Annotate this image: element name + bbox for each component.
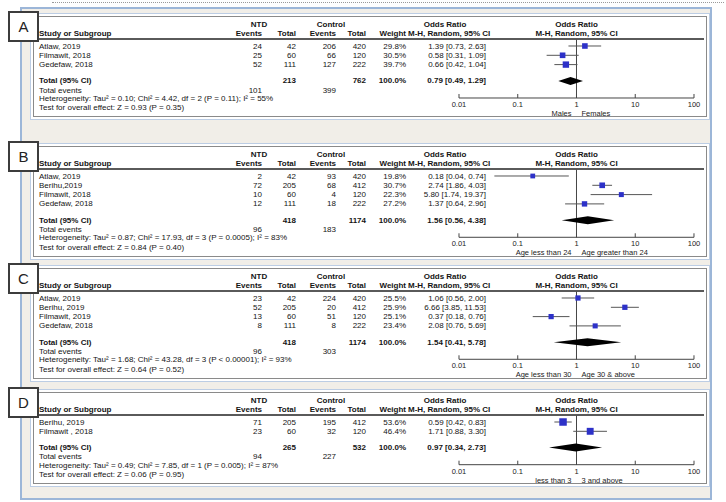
control-total: 120 xyxy=(338,312,366,321)
events1-column-header: Events xyxy=(224,29,262,38)
total-weight: 100.0% xyxy=(368,216,406,225)
selection-dotted-line xyxy=(52,2,724,3)
ntd-total: 60 xyxy=(264,190,296,199)
total2-column-header: Total xyxy=(338,159,366,168)
events2-column-header: Events xyxy=(298,159,336,168)
ntd-events: 8 xyxy=(224,321,262,330)
study-name: Filmawit, 2018 xyxy=(39,190,199,199)
total-ntd: 418 xyxy=(264,338,296,347)
weight-column-header: Weight xyxy=(368,405,406,414)
odds-ratio-ci: 1.06 [0.56, 2.00] xyxy=(408,294,486,303)
total-ci: 1.56 [0.56, 4.38] xyxy=(408,216,486,225)
ntd-events: 23 xyxy=(224,294,262,303)
heterogeneity-text: Heterogeneity: Tau² = 0.10; Chi² = 4.42,… xyxy=(39,94,449,103)
forest-panel-b: BNTDControlOdds RatioOdds RatioStudy or … xyxy=(33,146,707,257)
or-column-header: Odds Ratio xyxy=(404,396,486,405)
control-events: 51 xyxy=(298,312,336,321)
ntd-total: 42 xyxy=(264,294,296,303)
weight-value: 22.3% xyxy=(368,190,406,199)
overall-test-text: Test for overall effect: Z = 0.84 (P = 0… xyxy=(39,243,449,252)
study-name: Atlaw, 2019 xyxy=(39,42,199,51)
axis-tick-label: 100 xyxy=(679,239,709,248)
events1-column-header: Events xyxy=(224,159,262,168)
study-name: Gedefaw, 2018 xyxy=(39,199,199,208)
group2-header: Control xyxy=(298,150,364,159)
panel-letter-b: B xyxy=(8,141,39,172)
weight-value: 27.2% xyxy=(368,199,406,208)
study-name: Filmawit , 2018 xyxy=(39,427,199,436)
study-name: Filmawit, 2019 xyxy=(39,312,199,321)
odds-ratio-ci: 0.58 [0.31, 1.09] xyxy=(408,51,486,60)
ntd-events: 23 xyxy=(224,427,262,436)
axis-footer-left: Males xyxy=(551,109,571,118)
total-label: Total (95% CI) xyxy=(39,338,199,347)
axis-tick-label: 0.1 xyxy=(503,239,533,248)
total-control: 1174 xyxy=(338,338,366,347)
axis-tick-label: 100 xyxy=(679,467,709,476)
axis-tick-label: 10 xyxy=(620,361,650,370)
control-events: 206 xyxy=(298,42,336,51)
panel-letter-c: C xyxy=(8,263,39,294)
ntd-events: 71 xyxy=(224,418,262,427)
study-name: Filmawit, 2018 xyxy=(39,51,199,60)
total-weight: 100.0% xyxy=(368,338,406,347)
axis-tick-label: 0.01 xyxy=(444,100,474,109)
weight-value: 30.7% xyxy=(368,181,406,190)
odds-ratio-ci: 1.37 [0.64, 2.96] xyxy=(408,199,486,208)
axis-tick-label: 10 xyxy=(620,239,650,248)
control-total: 120 xyxy=(338,51,366,60)
heterogeneity-text: Heterogeneity: Tau² = 0.49; Chi² = 7.85,… xyxy=(39,461,449,470)
control-events: 20 xyxy=(298,303,336,312)
control-total: 420 xyxy=(338,172,366,181)
plot-or-header: Odds Ratio xyxy=(477,272,677,281)
odds-ratio-ci: 5.80 [1.74, 19.37] xyxy=(408,190,486,199)
group1-header: NTD xyxy=(224,150,294,159)
odds-ratio-ci: 1.39 [0.73, 2.63] xyxy=(408,42,486,51)
ntd-total: 111 xyxy=(264,321,296,330)
plot-or-header: Odds Ratio xyxy=(477,20,677,29)
total1-column-header: Total xyxy=(264,405,296,414)
forest-panel-d: DNTDControlOdds RatioOdds RatioStudy or … xyxy=(33,392,707,484)
header-rule xyxy=(36,38,704,40)
ntd-events: 2 xyxy=(224,172,262,181)
ntd-events: 10 xyxy=(224,190,262,199)
weight-value: 25.9% xyxy=(368,303,406,312)
total1-column-header: Total xyxy=(264,159,296,168)
control-events: 195 xyxy=(298,418,336,427)
study-name: Atlaw, 2019 xyxy=(39,294,199,303)
axis-tick-label: 10 xyxy=(620,467,650,476)
ci-column-header: M-H, Random, 95% CI xyxy=(408,29,486,38)
weight-value: 19.8% xyxy=(368,172,406,181)
ntd-total: 60 xyxy=(264,51,296,60)
overall-test-text: Test for overall effect: Z = 0.93 (P = 0… xyxy=(39,103,449,112)
ci-column-header: M-H, Random, 95% CI xyxy=(408,405,486,414)
control-total: 420 xyxy=(338,42,366,51)
control-total: 412 xyxy=(338,181,366,190)
study-column-header: Study or Subgroup xyxy=(39,405,199,414)
group2-header: Control xyxy=(298,396,364,405)
forest-panel-c: CNTDControlOdds RatioOdds RatioStudy or … xyxy=(33,268,707,379)
axis-footer-left: Age less than 24 xyxy=(516,248,572,257)
study-column-header: Study or Subgroup xyxy=(39,29,199,38)
control-events: 66 xyxy=(298,51,336,60)
axis-tick-label: 1 xyxy=(562,100,592,109)
study-name: Gedefaw, 2018 xyxy=(39,321,199,330)
axis-tick-label: 1 xyxy=(562,239,592,248)
overall-test-text: Test for overall effect: Z = 0.64 (P = 0… xyxy=(39,365,449,374)
total-ntd: 418 xyxy=(264,216,296,225)
weight-column-header: Weight xyxy=(368,159,406,168)
total1-column-header: Total xyxy=(264,281,296,290)
axis-tick-label: 0.01 xyxy=(444,361,474,370)
events1-column-header: Events xyxy=(224,405,262,414)
axis-footer-right: Age greater than 24 xyxy=(582,248,648,257)
total-ci: 0.79 [0.49, 1.29] xyxy=(408,76,486,85)
axis-tick-label: 1 xyxy=(562,467,592,476)
group2-header: Control xyxy=(298,272,364,281)
odds-ratio-ci: 0.37 [0.18, 0.76] xyxy=(408,312,486,321)
study-name: Berihu,2019 xyxy=(39,181,199,190)
ntd-events: 52 xyxy=(224,303,262,312)
total-label: Total (95% CI) xyxy=(39,216,199,225)
or-column-header: Odds Ratio xyxy=(404,20,486,29)
ntd-events: 25 xyxy=(224,51,262,60)
plot-ci-header: M-H, Random, 95% CI xyxy=(477,281,677,290)
